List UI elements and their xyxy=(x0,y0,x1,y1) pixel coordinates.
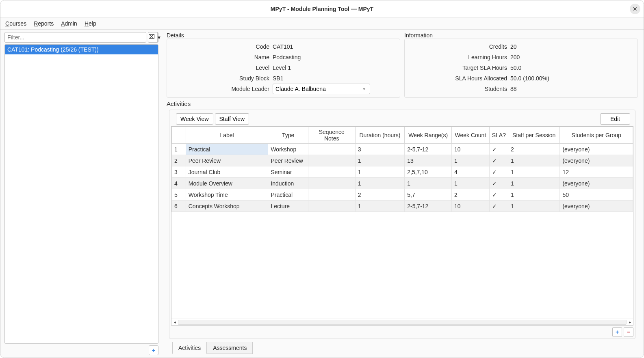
cell-sla[interactable]: ✓ xyxy=(489,201,508,212)
cell-wc[interactable]: 10 xyxy=(452,201,490,212)
cell-type[interactable]: Practical xyxy=(268,189,308,201)
cell-sla[interactable]: ✓ xyxy=(489,155,508,166)
cell-n[interactable]: 2 xyxy=(172,155,186,166)
cell-label[interactable]: Practical xyxy=(186,144,268,155)
cell-n[interactable]: 3 xyxy=(172,166,186,178)
cell-n[interactable]: 1 xyxy=(172,144,186,155)
table-header-row[interactable]: Label Type Sequence Notes Duration (hour… xyxy=(172,127,633,144)
col-label[interactable]: Label xyxy=(186,127,268,144)
scroll-left-icon[interactable]: ◂ xyxy=(171,320,178,324)
cell-type[interactable]: Lecture xyxy=(268,201,308,212)
cell-type[interactable]: Workshop xyxy=(268,144,308,155)
table-row[interactable]: 2Peer ReviewPeer Review1131✓1(everyone) xyxy=(172,155,633,166)
cell-wr[interactable]: 2-5,7-12 xyxy=(405,144,452,155)
cell-wr[interactable]: 2-5,7-12 xyxy=(405,201,452,212)
cell-label[interactable]: Peer Review xyxy=(186,155,268,166)
table-row[interactable]: 4Module OverviewInduction111✓1(everyone) xyxy=(172,178,633,189)
cell-staff[interactable]: 1 xyxy=(508,201,560,212)
cell-dur[interactable]: 2 xyxy=(355,189,405,201)
cell-seq[interactable] xyxy=(308,189,355,201)
cell-seq[interactable] xyxy=(308,201,355,212)
cell-sla[interactable]: ✓ xyxy=(489,144,508,155)
cell-label[interactable]: Journal Club xyxy=(186,166,268,178)
cell-dur[interactable]: 1 xyxy=(355,155,405,166)
cell-wr[interactable]: 5,7 xyxy=(405,189,452,201)
cell-label[interactable]: Workshop Time xyxy=(186,189,268,201)
cell-wr[interactable]: 2,5,7,10 xyxy=(405,166,452,178)
cell-spg[interactable]: 12 xyxy=(560,166,633,178)
col-sla[interactable]: SLA? xyxy=(489,127,508,144)
cell-sla[interactable]: ✓ xyxy=(489,166,508,178)
cell-type[interactable]: Peer Review xyxy=(268,155,308,166)
course-list[interactable]: CAT101: Podcasting (25/26 (TEST)) xyxy=(4,44,158,344)
table-row[interactable]: 6Concepts WorkshopLecture12-5,7-1210✓1(e… xyxy=(172,201,633,212)
scroll-track[interactable] xyxy=(178,320,627,325)
cell-staff[interactable]: 1 xyxy=(508,166,560,178)
table-row[interactable]: 5Workshop TimePractical25,72✓150 xyxy=(172,189,633,201)
table-row[interactable]: 1PracticalWorkshop32-5,7-1210✓2(everyone… xyxy=(172,144,633,155)
cell-seq[interactable] xyxy=(308,144,355,155)
cell-seq[interactable] xyxy=(308,178,355,189)
cell-type[interactable]: Induction xyxy=(268,178,308,189)
col-spg[interactable]: Students per Group xyxy=(560,127,633,144)
cell-wc[interactable]: 10 xyxy=(452,144,490,155)
cell-type[interactable]: Seminar xyxy=(268,166,308,178)
horizontal-scrollbar[interactable]: ◂ ▸ xyxy=(171,319,633,325)
cell-dur[interactable]: 3 xyxy=(355,144,405,155)
course-item[interactable]: CAT101: Podcasting (25/26 (TEST)) xyxy=(5,45,158,54)
week-view-button[interactable]: Week View xyxy=(176,113,213,125)
chevron-down-icon[interactable]: ▾ xyxy=(157,32,160,42)
cell-staff[interactable]: 2 xyxy=(508,144,560,155)
col-seq[interactable]: Sequence Notes xyxy=(308,127,355,144)
filter-options-button[interactable]: ⌧ ▾ xyxy=(148,32,158,43)
tab-assessments[interactable]: Assessments xyxy=(207,342,253,354)
menu-courses[interactable]: Courses xyxy=(5,20,26,27)
cell-label[interactable]: Concepts Workshop xyxy=(186,201,268,212)
cell-sla[interactable]: ✓ xyxy=(489,178,508,189)
cell-spg[interactable]: 50 xyxy=(560,189,633,201)
module-leader-select[interactable]: Claude A. Balbuena xyxy=(273,84,370,94)
col-num[interactable] xyxy=(172,127,186,144)
cell-spg[interactable]: (everyone) xyxy=(560,201,633,212)
filter-input[interactable] xyxy=(4,32,146,43)
cell-wc[interactable]: 2 xyxy=(452,189,490,201)
close-button[interactable]: ✕ xyxy=(630,4,640,14)
activities-table[interactable]: Label Type Sequence Notes Duration (hour… xyxy=(171,126,633,326)
cell-wc[interactable]: 1 xyxy=(452,178,490,189)
cell-label[interactable]: Module Overview xyxy=(186,178,268,189)
menu-admin[interactable]: Admin xyxy=(61,20,77,27)
cell-wc[interactable]: 1 xyxy=(452,155,490,166)
cell-dur[interactable]: 1 xyxy=(355,178,405,189)
cell-wr[interactable]: 1 xyxy=(405,178,452,189)
cell-seq[interactable] xyxy=(308,166,355,178)
cell-dur[interactable]: 1 xyxy=(355,201,405,212)
cell-staff[interactable]: 1 xyxy=(508,155,560,166)
cell-n[interactable]: 6 xyxy=(172,201,186,212)
col-wc[interactable]: Week Count xyxy=(452,127,490,144)
tab-activities[interactable]: Activities xyxy=(172,342,207,354)
table-row[interactable]: 3Journal ClubSeminar12,5,7,104✓112 xyxy=(172,166,633,178)
cell-staff[interactable]: 1 xyxy=(508,189,560,201)
staff-view-button[interactable]: Staff View xyxy=(215,113,249,125)
col-staff[interactable]: Staff per Session xyxy=(508,127,560,144)
cell-spg[interactable]: (everyone) xyxy=(560,155,633,166)
cell-wr[interactable]: 13 xyxy=(405,155,452,166)
cell-spg[interactable]: (everyone) xyxy=(560,144,633,155)
cell-seq[interactable] xyxy=(308,155,355,166)
menu-reports[interactable]: Reports xyxy=(34,20,54,27)
cell-spg[interactable]: (everyone) xyxy=(560,178,633,189)
cell-n[interactable]: 4 xyxy=(172,178,186,189)
cell-n[interactable]: 5 xyxy=(172,189,186,201)
cell-staff[interactable]: 1 xyxy=(508,178,560,189)
edit-button[interactable]: Edit xyxy=(600,113,630,125)
add-course-button[interactable]: + xyxy=(149,345,158,355)
cell-sla[interactable]: ✓ xyxy=(489,189,508,201)
remove-activity-button[interactable]: − xyxy=(624,327,633,337)
col-type[interactable]: Type xyxy=(268,127,308,144)
cell-wc[interactable]: 4 xyxy=(452,166,490,178)
cell-dur[interactable]: 1 xyxy=(355,166,405,178)
scroll-right-icon[interactable]: ▸ xyxy=(627,320,633,324)
menu-help[interactable]: Help xyxy=(85,20,96,27)
add-activity-button[interactable]: + xyxy=(612,327,622,337)
col-wr[interactable]: Week Range(s) xyxy=(405,127,452,144)
